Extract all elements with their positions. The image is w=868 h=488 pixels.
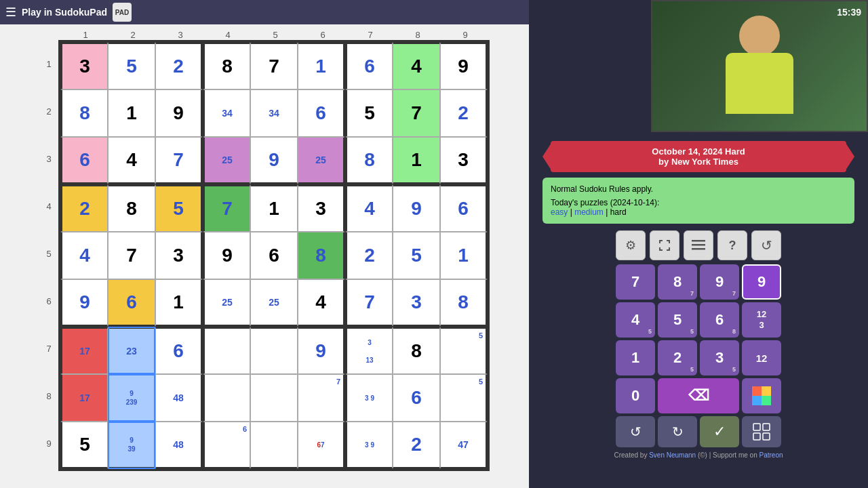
cell-r2-c5[interactable]: 34 [250, 89, 298, 137]
cell-r4-c6[interactable]: 3 [298, 184, 345, 232]
cell-r4-c1[interactable]: 2 [60, 184, 108, 232]
cell-r3-c4[interactable]: 25 [203, 137, 250, 184]
cell-r5-c1[interactable]: 4 [60, 232, 108, 279]
cell-r6-c7[interactable]: 7 [345, 279, 393, 327]
cell-r6-c6[interactable]: 4 [298, 279, 345, 327]
cell-r2-c3[interactable]: 9 [155, 89, 203, 137]
cell-r8-c5[interactable] [250, 374, 298, 422]
cell-r1-c2[interactable]: 5 [108, 42, 155, 89]
color-button[interactable] [742, 378, 781, 413]
cell-r8-c9[interactable]: 5 [440, 374, 488, 422]
cell-r2-c9[interactable]: 2 [440, 89, 488, 137]
cell-r1-c4[interactable]: 8 [203, 42, 250, 89]
author-link[interactable]: Sven Neumann [649, 451, 696, 459]
cell-r4-c8[interactable]: 9 [393, 184, 440, 232]
fullscreen-button[interactable] [650, 230, 679, 260]
cell-r8-c7[interactable]: 3 9 [345, 374, 393, 422]
cell-r2-c2[interactable]: 1 [108, 89, 155, 137]
cell-r4-c7[interactable]: 4 [345, 184, 393, 232]
num-8-button[interactable]: 87 [658, 264, 697, 300]
help-button[interactable]: ? [717, 230, 747, 260]
cell-r8-c2[interactable]: 9239 [108, 374, 155, 422]
easy-link[interactable]: easy [551, 207, 568, 217]
cell-r5-c6[interactable]: 8 [298, 232, 345, 279]
cell-r5-c3[interactable]: 3 [155, 232, 203, 279]
delete-button[interactable]: ⌫ [658, 378, 739, 413]
cell-r7-c6[interactable]: 9 [298, 327, 345, 374]
list-button[interactable] [684, 230, 713, 260]
num-9-button[interactable]: 97 [700, 264, 739, 300]
cell-r1-c8[interactable]: 4 [393, 42, 440, 89]
cell-r1-c3[interactable]: 2 [155, 42, 203, 89]
undo-toolbar-button[interactable]: ↺ [751, 230, 781, 260]
cell-r4-c3[interactable]: 5 [155, 184, 203, 232]
cell-r2-c1[interactable]: 8 [60, 89, 108, 137]
cell-r3-c6[interactable]: 25 [298, 137, 345, 184]
cell-r2-c4[interactable]: 34 [203, 89, 250, 137]
num-5-button[interactable]: 55 [658, 302, 697, 338]
menu-icon[interactable]: ☰ [5, 5, 16, 20]
cell-r9-c4[interactable]: 6 [203, 422, 250, 469]
app-title[interactable]: Play in SudokuPad [22, 7, 107, 18]
num-7-button[interactable]: 7 [616, 264, 655, 300]
cell-r3-c8[interactable]: 1 [393, 137, 440, 184]
cell-r8-c1[interactable]: 17 [60, 374, 108, 422]
cell-r3-c2[interactable]: 4 [108, 137, 155, 184]
cell-r2-c8[interactable]: 7 [393, 89, 440, 137]
cell-r3-c9[interactable]: 3 [440, 137, 488, 184]
cell-r1-c1[interactable]: 3 [60, 42, 108, 89]
cell-r6-c1[interactable]: 9 [60, 279, 108, 327]
cell-r3-c1[interactable]: 6 [60, 137, 108, 184]
cell-r9-c3[interactable]: 48 [155, 422, 203, 469]
cell-r1-c5[interactable]: 7 [250, 42, 298, 89]
cell-r8-c4[interactable] [203, 374, 250, 422]
cell-r7-c2[interactable]: 23 [108, 327, 155, 374]
cell-r5-c7[interactable]: 2 [345, 232, 393, 279]
cell-r9-c8[interactable]: 2 [393, 422, 440, 469]
cell-r6-c2[interactable]: 6 [108, 279, 155, 327]
cell-r3-c3[interactable]: 7 [155, 137, 203, 184]
cell-r5-c5[interactable]: 6 [250, 232, 298, 279]
cell-r1-c7[interactable]: 6 [345, 42, 393, 89]
cell-r4-c9[interactable]: 6 [440, 184, 488, 232]
cell-r9-c7[interactable]: 3 9 [345, 422, 393, 469]
cell-r4-c5[interactable]: 1 [250, 184, 298, 232]
cell-r6-c5[interactable]: 25 [250, 279, 298, 327]
cell-r5-c4[interactable]: 9 [203, 232, 250, 279]
cell-r7-c1[interactable]: 17 [60, 327, 108, 374]
num-3-button[interactable]: 35 [700, 340, 739, 375]
cell-r5-c9[interactable]: 1 [440, 232, 488, 279]
medium-link[interactable]: medium [574, 207, 604, 217]
cell-r7-c7[interactable]: 313 [345, 327, 393, 374]
mode-123-button[interactable]: 123 [742, 302, 781, 338]
cell-r1-c6[interactable]: 1 [298, 42, 345, 89]
cell-r9-c2[interactable]: 939 [108, 422, 155, 469]
cell-r5-c2[interactable]: 7 [108, 232, 155, 279]
cell-r6-c3[interactable]: 1 [155, 279, 203, 327]
cell-r9-c9[interactable]: 47 [440, 422, 488, 469]
cell-r7-c9[interactable]: 5 [440, 327, 488, 374]
cell-r7-c8[interactable]: 8 [393, 327, 440, 374]
cell-r6-c4[interactable]: 25 [203, 279, 250, 327]
cell-r8-c3[interactable]: 48 [155, 374, 203, 422]
cell-r6-c8[interactable]: 3 [393, 279, 440, 327]
cell-r1-c9[interactable]: 9 [440, 42, 488, 89]
cell-r7-c3[interactable]: 6 [155, 327, 203, 374]
cell-r5-c8[interactable]: 5 [393, 232, 440, 279]
num-9-selected-button[interactable]: 9 [742, 264, 781, 300]
num-6-button[interactable]: 68 [700, 302, 739, 338]
num-1-button[interactable]: 1 [616, 340, 655, 375]
cell-r4-c4[interactable]: 7 [203, 184, 250, 232]
check-button[interactable]: ✓ [700, 416, 739, 447]
cell-r7-c4[interactable] [203, 327, 250, 374]
patreon-link[interactable]: Patreon [759, 451, 783, 459]
mode-12-button[interactable]: 12 [742, 340, 781, 375]
settings-button[interactable]: ⚙ [616, 230, 646, 260]
cell-r9-c1[interactable]: 5 [60, 422, 108, 469]
undo-button[interactable]: ↺ [616, 416, 655, 447]
cell-r3-c5[interactable]: 9 [250, 137, 298, 184]
redo-button[interactable]: ↻ [658, 416, 697, 447]
num-0-button[interactable]: 0 [616, 378, 655, 413]
cell-r9-c5[interactable] [250, 422, 298, 469]
num-2-button[interactable]: 25 [658, 340, 697, 375]
